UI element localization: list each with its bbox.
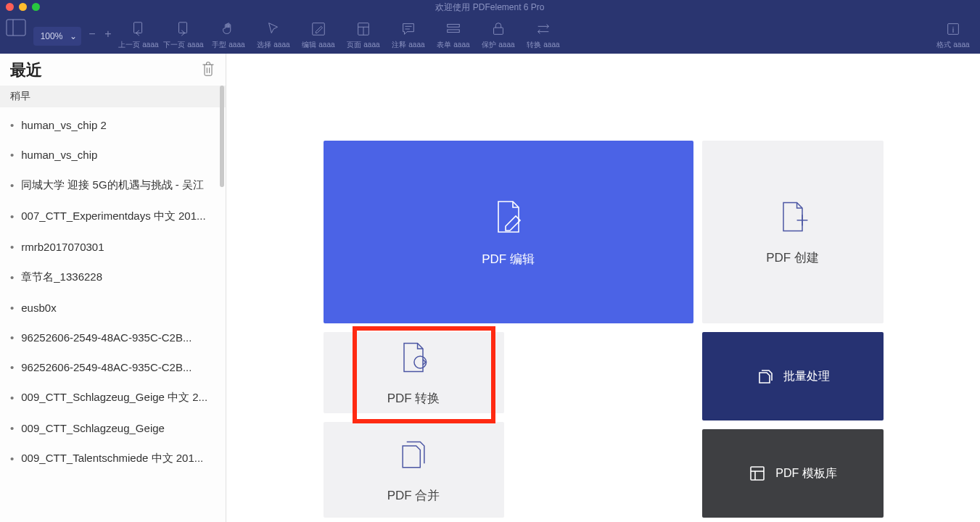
zoom-group: 100% ⌄ − + [30, 14, 116, 54]
toolbar-format[interactable]: i 格式 aaaa [931, 14, 976, 54]
toolbar-label: 页面 aaaa [347, 40, 379, 50]
svg-rect-20 [751, 467, 764, 480]
toolbar-comment[interactable]: 注释 aaaa [386, 14, 431, 54]
recent-item[interactable]: eusb0x [0, 293, 226, 323]
tile-pdf-create[interactable]: PDF 创建 [702, 141, 884, 323]
toolbar-label: 转换 aaaa [527, 40, 559, 50]
recent-item[interactable]: 同城大学 迎接 5G的机遇与挑战 - 吴江 [0, 170, 226, 201]
toolbar-label: 编辑 aaaa [302, 40, 334, 50]
template-icon [748, 464, 767, 483]
tile-label: 批量处理 [783, 369, 830, 384]
merge-documents-icon [395, 436, 432, 474]
close-window-button[interactable] [6, 3, 14, 11]
recent-item[interactable]: 009_CTT_Talentschmiede 中文 201... [0, 443, 226, 474]
recent-list: human_vs_chip 2 human_vs_chip 同城大学 迎接 5G… [0, 107, 226, 522]
tile-label: PDF 模板库 [775, 466, 836, 481]
sidebar-scrollbar[interactable] [220, 86, 224, 187]
recent-item[interactable]: 96252606-2549-48AC-935C-C2B... [0, 352, 226, 382]
trash-icon [201, 61, 215, 77]
tile-sub-row: PDF 合并 PDF 转换 [324, 332, 693, 518]
svg-rect-12 [494, 28, 503, 34]
minimize-window-button[interactable] [19, 3, 27, 11]
toolbar-label: 表单 aaaa [437, 40, 469, 50]
recent-item[interactable]: 007_CTT_Experimentdays 中文 201... [0, 201, 226, 232]
toolbar-hand[interactable]: 手型 aaaa [206, 14, 251, 54]
main-toolbar: 100% ⌄ − + 上一页 aaaa 下一页 aaaa 手型 aaaa 选择 … [0, 14, 980, 54]
tile-pdf-merge[interactable]: PDF 合并 [324, 422, 504, 518]
clear-recent-button[interactable] [201, 61, 215, 80]
svg-rect-10 [448, 25, 460, 28]
sidebar-title: 最近 [10, 59, 42, 81]
toolbar-label: 格式 aaaa [936, 40, 969, 50]
toolbar-prev-page[interactable]: 上一页 aaaa [116, 14, 161, 54]
zoom-value: 100% [38, 31, 65, 41]
svg-rect-11 [448, 30, 460, 33]
toolbar-page[interactable]: 页面 aaaa [341, 14, 386, 54]
recent-item[interactable]: rmrb2017070301 [0, 232, 226, 262]
tile-template-library[interactable]: PDF 模板库 [702, 429, 884, 518]
toolbar-next-page[interactable]: 下一页 aaaa [161, 14, 206, 54]
app-title: 欢迎使用 PDFelement 6 Pro [435, 1, 544, 14]
welcome-area: PDF 编辑 PDF 创建 PDF 合并 [226, 54, 980, 522]
tile-grid: PDF 编辑 PDF 创建 PDF 合并 [324, 141, 884, 522]
create-document-icon [774, 199, 812, 236]
tile-pdf-edit[interactable]: PDF 编辑 [324, 141, 693, 323]
zoom-dropdown[interactable]: 100% ⌄ [33, 27, 81, 46]
recent-item[interactable]: 96252606-2549-48AC-935C-C2B... [0, 323, 226, 352]
sidebar-header: 最近 [0, 54, 226, 86]
tile-batch-process[interactable]: 批量处理 [702, 332, 884, 420]
app-body: 最近 稍早 human_vs_chip 2 human_vs_chip 同城大学… [0, 54, 980, 522]
tile-label: PDF 创建 [766, 249, 819, 266]
toolbar-label: 选择 aaaa [257, 40, 289, 50]
svg-point-19 [414, 356, 427, 368]
recent-item[interactable]: 009_CTT_Schlagzeug_Geige [0, 413, 226, 443]
recent-item[interactable]: human_vs_chip [0, 140, 226, 170]
convert-document-icon [395, 339, 432, 377]
tile-pdf-convert[interactable]: PDF 转换 [324, 332, 504, 413]
toolbar-label: 手型 aaaa [212, 40, 244, 50]
toolbar-form[interactable]: 表单 aaaa [431, 14, 476, 54]
svg-text:i: i [952, 25, 954, 34]
toolbar-edit[interactable]: 编辑 aaaa [296, 14, 341, 54]
chevron-down-icon: ⌄ [70, 31, 77, 41]
toolbar-label: 注释 aaaa [392, 40, 424, 50]
toolbar-label: 上一页 aaaa [118, 40, 158, 50]
svg-rect-0 [7, 20, 25, 36]
maximize-window-button[interactable] [32, 3, 40, 11]
zoom-in-button[interactable]: + [100, 28, 116, 41]
recent-item[interactable]: 009_CTT_Schlagzeug_Geige 中文 2... [0, 382, 226, 413]
recent-group-label: 稍早 [0, 86, 226, 107]
sidebar-toggle-button[interactable] [6, 19, 26, 36]
batch-icon [756, 367, 775, 386]
toolbar-protect[interactable]: 保护 aaaa [476, 14, 521, 54]
recent-item[interactable]: 章节名_1336228 [0, 262, 226, 293]
toolbar-label: 保护 aaaa [482, 40, 514, 50]
window-controls [6, 3, 40, 11]
tile-label: PDF 转换 [387, 390, 440, 407]
toolbar-select[interactable]: 选择 aaaa [251, 14, 296, 54]
recent-sidebar: 最近 稍早 human_vs_chip 2 human_vs_chip 同城大学… [0, 54, 226, 522]
tile-label: PDF 编辑 [482, 251, 535, 268]
titlebar: 欢迎使用 PDFelement 6 Pro [0, 0, 980, 14]
toolbar-label: 下一页 aaaa [163, 40, 203, 50]
recent-item[interactable]: human_vs_chip 2 [0, 110, 226, 140]
tile-label: PDF 合并 [387, 487, 440, 504]
toolbar-convert[interactable]: 转换 aaaa [521, 14, 566, 54]
zoom-out-button[interactable]: − [84, 28, 100, 41]
edit-document-icon [488, 197, 529, 238]
